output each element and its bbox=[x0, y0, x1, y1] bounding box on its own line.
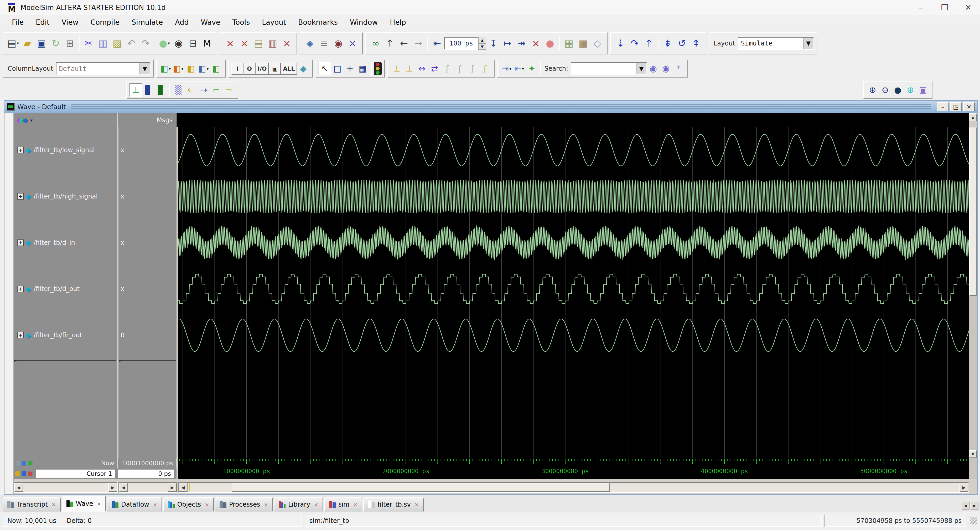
environment-button-dropdown-icon[interactable]: ▾ bbox=[168, 41, 170, 46]
collapse-button[interactable]: ⊟ bbox=[186, 36, 200, 51]
zoom-full-button[interactable]: ● bbox=[891, 83, 904, 97]
reload-button[interactable]: ↻ bbox=[49, 36, 63, 51]
find-button[interactable]: ◉ bbox=[172, 36, 186, 51]
msgs-column-header[interactable]: Msgs bbox=[118, 113, 177, 127]
edit-mode-button[interactable]: ▦ bbox=[356, 62, 369, 75]
expand-icon[interactable]: + bbox=[18, 286, 24, 292]
zoom-mode-button[interactable]: □ bbox=[331, 62, 344, 75]
run-button[interactable]: ↧ bbox=[486, 36, 500, 51]
select-mode-button[interactable]: ↖ bbox=[318, 62, 331, 75]
tab-objects[interactable]: Objects× bbox=[163, 497, 214, 512]
mirror-wave-button[interactable]: ʃ bbox=[453, 62, 466, 75]
zoom-cursor-button[interactable]: ⊕ bbox=[904, 83, 917, 97]
save-button[interactable]: ▣ bbox=[34, 36, 49, 51]
resize-grip-icon[interactable] bbox=[970, 517, 977, 525]
cursor-pencil-icon[interactable] bbox=[22, 471, 26, 476]
pan-mode-button[interactable]: + bbox=[344, 62, 356, 75]
add-to-dataflow-button[interactable]: ◧ bbox=[210, 62, 223, 75]
wave-undock-icon[interactable]: ◳ bbox=[950, 102, 962, 111]
signal-name[interactable]: /filter_tb/fir_out bbox=[33, 332, 82, 339]
wave-left-splitter[interactable] bbox=[5, 113, 14, 494]
expand-icon[interactable]: + bbox=[18, 147, 24, 153]
insertion-pointer[interactable] bbox=[119, 361, 176, 361]
cursor1-value-cell[interactable]: 0 ps bbox=[118, 469, 174, 478]
signal-row[interactable]: +◆/filter_tb/high_signal bbox=[14, 173, 117, 220]
tab-close-icon[interactable]: × bbox=[97, 501, 101, 507]
copy-button[interactable]: ▥ bbox=[96, 36, 110, 51]
collapse-all-time-button[interactable]: ✦ bbox=[526, 62, 538, 75]
cursor-lock-icon[interactable] bbox=[15, 471, 20, 476]
paste-button[interactable]: ▨ bbox=[110, 36, 124, 51]
signal-row[interactable]: +◆/filter_tb/d_out bbox=[14, 266, 117, 312]
new-file-button[interactable]: ▤▾ bbox=[6, 36, 20, 51]
cursor1-name-cell[interactable]: Cursor 1 bbox=[36, 469, 115, 478]
run-length-up-icon[interactable]: ▲ bbox=[478, 37, 486, 43]
insertion-pointer[interactable] bbox=[15, 361, 116, 361]
step-into-button[interactable]: ⇣ bbox=[613, 36, 627, 51]
wave-close-icon[interactable]: ✕ bbox=[963, 102, 975, 111]
performance-profile-button[interactable]: ▦ bbox=[562, 36, 576, 51]
tab-close-icon[interactable]: × bbox=[415, 501, 419, 508]
new-file-button-dropdown-icon[interactable]: ▾ bbox=[17, 41, 19, 46]
stop-pointer-button[interactable]: × bbox=[280, 36, 294, 51]
wave-minimize-icon[interactable]: – bbox=[937, 102, 948, 111]
run-length-spinner[interactable]: 100 ps▲▼ bbox=[444, 37, 486, 49]
wave-vertical-scrollbar[interactable]: ▼ bbox=[969, 127, 977, 458]
step-over-button[interactable]: ↷ bbox=[627, 36, 642, 51]
step-into-current-button[interactable]: ⇟ bbox=[660, 36, 675, 51]
expand-time-button[interactable]: ⇥▾ bbox=[500, 62, 513, 75]
values-scroll-left-icon[interactable]: ◀ bbox=[119, 483, 128, 492]
simulate-button[interactable]: ◉ bbox=[331, 36, 345, 51]
tab-close-icon[interactable]: × bbox=[314, 501, 318, 508]
signal-row[interactable]: +◆/filter_tb/fir_out bbox=[14, 312, 117, 358]
stretch-edge-button[interactable]: ↔ bbox=[416, 62, 428, 75]
step-out-button[interactable]: ⇡ bbox=[642, 36, 656, 51]
zoom-range-button[interactable]: ▣ bbox=[917, 83, 929, 97]
tabs-scroll-left-icon[interactable]: ◀ bbox=[962, 501, 969, 509]
search-options-button[interactable]: * bbox=[672, 62, 685, 75]
cut-button[interactable]: ✂ bbox=[82, 36, 96, 51]
menu-bookmarks[interactable]: Bookmarks bbox=[292, 17, 344, 28]
signal-name[interactable]: /filter_tb/d_in bbox=[33, 239, 75, 246]
next-falling-edge-button[interactable]: ¬ bbox=[223, 83, 235, 97]
expand-time-button-dropdown-icon[interactable]: ▾ bbox=[509, 66, 511, 71]
cursor-delete-icon[interactable] bbox=[28, 471, 33, 476]
signal-name[interactable]: /filter_tb/d_out bbox=[33, 285, 80, 292]
tab-wave[interactable]: Wave× bbox=[62, 496, 106, 512]
layout-select-dropdown-icon[interactable]: ▼ bbox=[803, 38, 813, 49]
close-icon[interactable]: ✕ bbox=[956, 1, 980, 14]
tabs-scroll-right-icon[interactable]: ▶ bbox=[970, 501, 978, 509]
compile-button[interactable]: ◈ bbox=[303, 36, 317, 51]
expand-icon[interactable]: + bbox=[18, 332, 24, 338]
ports-all-filter-button[interactable]: ALL bbox=[281, 62, 297, 75]
forward-button[interactable]: → bbox=[411, 36, 425, 51]
modelsim-m-button[interactable]: M bbox=[200, 36, 214, 51]
menu-add[interactable]: Add bbox=[169, 17, 195, 28]
print-button[interactable]: ⊞ bbox=[63, 36, 77, 51]
memory-profile-button[interactable]: ▩ bbox=[576, 36, 590, 51]
show-report-button[interactable]: ▥ bbox=[266, 36, 280, 51]
cursor-sync-icon[interactable] bbox=[28, 461, 33, 466]
wave-scroll-left-icon[interactable]: ◀ bbox=[178, 483, 188, 492]
hand-mode-button[interactable]: ◇ bbox=[590, 36, 605, 51]
values-hscrollbar[interactable]: ◀ ▶ bbox=[118, 482, 177, 493]
insert-cursor-button[interactable]: ⊥ bbox=[129, 83, 142, 97]
signal-name[interactable]: /filter_tb/low_signal bbox=[33, 147, 95, 154]
add-to-schematic-button-dropdown-icon[interactable]: ▾ bbox=[207, 66, 209, 71]
show-source-button[interactable]: ▤ bbox=[251, 36, 266, 51]
names-scroll-left-icon[interactable]: ◀ bbox=[14, 483, 23, 492]
tab-dataflow[interactable]: Dataflow× bbox=[107, 497, 162, 512]
collapse-time-button[interactable]: ⇤▾ bbox=[513, 62, 526, 75]
restart-button[interactable]: ⇤ bbox=[430, 36, 444, 51]
step-over-current-button[interactable]: ↺ bbox=[675, 36, 689, 51]
filter-leaf-button[interactable]: ◆ bbox=[297, 62, 310, 75]
redo-button[interactable]: ↷ bbox=[138, 36, 153, 51]
link-button[interactable]: ∞ bbox=[369, 36, 383, 51]
undo-button[interactable]: ↶ bbox=[124, 36, 138, 51]
tab-close-icon[interactable]: × bbox=[153, 501, 158, 508]
toggle-full-names-button[interactable]: ▊ bbox=[155, 83, 167, 97]
search-forward-button[interactable]: ◉ bbox=[647, 62, 660, 75]
menu-simulate[interactable]: Simulate bbox=[126, 17, 169, 28]
kill-left-button[interactable]: × bbox=[223, 36, 237, 51]
move-edge-button[interactable]: ⇄ bbox=[428, 62, 441, 75]
